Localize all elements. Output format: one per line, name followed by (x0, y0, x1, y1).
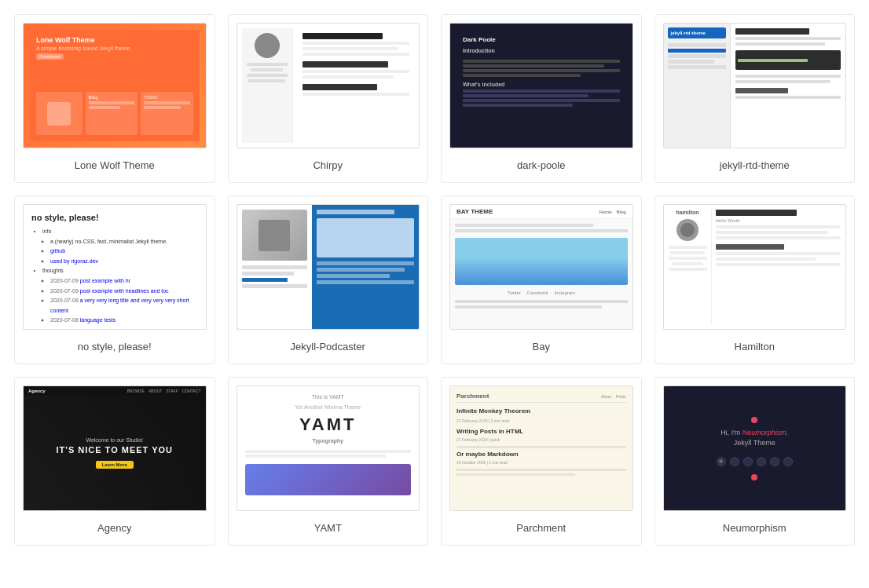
theme-name-chirpy: Chirpy (313, 156, 343, 174)
theme-preview-podcaster (236, 204, 420, 330)
theme-card-bay[interactable]: BAY THEME Home Blog TwitterFacebookInsta… (441, 195, 642, 364)
theme-name-neumorphism: Neumorphism (723, 519, 786, 537)
theme-card-darkpoole[interactable]: Dark Poole Introduction What's included … (441, 14, 642, 183)
theme-preview-chirpy (236, 23, 420, 148)
theme-card-yamt[interactable]: This is YAMT Yet Another Minima Theme YA… (228, 377, 429, 546)
theme-name-parchment: Parchment (516, 519, 566, 537)
theme-preview-nostyle: no style, please! info a (nearly) no-CSS… (23, 204, 207, 330)
theme-card-neumorphism[interactable]: Hi, I'm Neumorphism, Jekyll Theme Neumor… (654, 377, 856, 546)
theme-name-darkpoole: dark-poole (517, 156, 565, 174)
theme-card-chirpy[interactable]: Chirpy (228, 14, 429, 183)
theme-card-lonewolf[interactable]: Lone Wolf Theme A simple bootstrap based… (14, 14, 215, 183)
theme-preview-parchment: Parchment About Posts Infinite Monkey Th… (449, 385, 633, 511)
theme-name-lonewolf: Lone Wolf Theme (75, 156, 155, 174)
theme-card-parchment[interactable]: Parchment About Posts Infinite Monkey Th… (441, 377, 642, 546)
theme-card-hamilton[interactable]: hamilton Hello World (654, 195, 856, 364)
theme-card-nostyle[interactable]: no style, please! info a (nearly) no-CSS… (14, 195, 215, 364)
theme-preview-darkpoole: Dark Poole Introduction What's included (449, 23, 633, 148)
theme-name-yamt: YAMT (314, 519, 342, 537)
theme-preview-agency: Agency BROWSE ABOUT STAFF CONTACT Welcom… (23, 385, 207, 511)
theme-preview-neumorphism: Hi, I'm Neumorphism, Jekyll Theme (663, 385, 847, 511)
theme-card-agency[interactable]: Agency BROWSE ABOUT STAFF CONTACT Welcom… (14, 377, 215, 546)
theme-card-jekyllrtd[interactable]: jekyll-rtd-theme jekyll- (654, 14, 856, 183)
theme-preview-bay: BAY THEME Home Blog TwitterFacebookInsta… (449, 204, 633, 330)
theme-preview-hamilton: hamilton Hello World (663, 204, 847, 330)
theme-card-podcaster[interactable]: Jekyll-Podcaster (228, 195, 429, 364)
theme-name-hamilton: Hamilton (735, 338, 775, 356)
theme-name-bay: Bay (533, 338, 550, 356)
themes-grid: Lone Wolf Theme A simple bootstrap based… (0, 0, 869, 560)
theme-name-jekyllrtd: jekyll-rtd-theme (720, 156, 790, 174)
theme-preview-lonewolf: Lone Wolf Theme A simple bootstrap based… (23, 23, 207, 148)
theme-preview-jekyllrtd: jekyll-rtd-theme (663, 23, 847, 148)
theme-preview-yamt: This is YAMT Yet Another Minima Theme YA… (236, 385, 420, 511)
theme-name-nostyle: no style, please! (78, 338, 152, 356)
theme-name-agency: Agency (97, 519, 131, 537)
theme-name-podcaster: Jekyll-Podcaster (291, 338, 365, 356)
